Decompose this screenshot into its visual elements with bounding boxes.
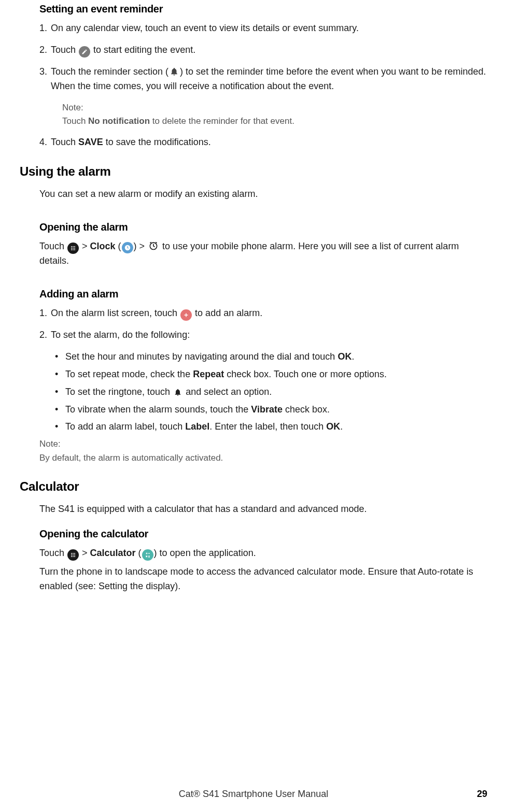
step-number: 1. — [39, 306, 47, 321]
heading-calculator: Calculator — [20, 479, 487, 494]
svg-point-18 — [73, 556, 74, 557]
svg-point-14 — [71, 554, 72, 555]
svg-point-8 — [74, 249, 75, 250]
note-block: Note: Touch No notification to delete th… — [62, 101, 487, 129]
opening-alarm-text: Touch > Clock () > to use your mobile ph… — [39, 239, 487, 268]
step-number: 2. — [39, 43, 47, 58]
step-number: 2. — [39, 328, 47, 343]
footer-title: Cat® S41 Smartphone User Manual — [41, 789, 466, 800]
heading-opening-alarm: Opening the alarm — [39, 221, 487, 233]
svg-point-6 — [71, 249, 72, 250]
note-body: By default, the alarm is automatically a… — [39, 451, 487, 465]
step-3: 3. Touch the reminder section () to set … — [39, 65, 487, 128]
apps-grid-icon — [67, 243, 79, 254]
heading-adding-alarm: Adding an alarm — [39, 288, 487, 300]
calculator-landscape-text: Turn the phone in to landscape mode to a… — [39, 565, 487, 594]
svg-point-12 — [73, 553, 74, 554]
note-label: Note: — [62, 101, 487, 115]
page-content: Setting an event reminder 1. On any cale… — [20, 0, 487, 594]
svg-point-2 — [74, 246, 75, 247]
svg-point-7 — [73, 249, 74, 250]
step-4: 4. Touch SAVE to save the modifications. — [39, 135, 487, 150]
step-text: Touch — [51, 45, 78, 55]
step-2: 2. Touch to start editing the event. — [39, 43, 487, 58]
step-1: 1. On any calendar view, touch an event … — [39, 21, 487, 36]
svg-point-1 — [73, 246, 74, 247]
heading-opening-calculator: Opening the calculator — [39, 528, 487, 540]
svg-point-5 — [74, 248, 75, 249]
note-label: Note: — [39, 437, 487, 451]
note-block: Note: By default, the alarm is automatic… — [39, 437, 487, 465]
calculator-intro: The S41 is equipped with a calculator th… — [39, 502, 487, 517]
step-number: 1. — [39, 21, 47, 36]
svg-point-13 — [74, 553, 75, 554]
note-body: Touch No notification to delete the remi… — [62, 115, 487, 128]
adding-alarm-steps: 1. On the alarm list screen, touch to ad… — [39, 306, 487, 343]
add-step-2: 2. To set the alarm, do the following: — [39, 328, 487, 343]
heading-setting-reminder: Setting an event reminder — [39, 3, 487, 15]
step-number: 3. — [39, 65, 47, 79]
heading-using-alarm: Using the alarm — [20, 164, 487, 179]
calculator-app-icon — [142, 549, 153, 561]
option-vibrate: To vibrate when the alarm sounds, touch … — [52, 403, 487, 417]
svg-point-0 — [71, 246, 72, 247]
opening-calculator-text: Touch > Calculator () to open the applic… — [39, 546, 487, 561]
option-label: To add an alarm label, touch Label. Ente… — [52, 420, 487, 434]
svg-point-3 — [71, 248, 72, 249]
option-repeat: To set repeat mode, check the Repeat che… — [52, 367, 487, 382]
svg-point-11 — [71, 553, 72, 554]
svg-point-16 — [74, 554, 75, 555]
page-footer: Cat® S41 Smartphone User Manual 29 — [0, 789, 507, 800]
alarm-options-list: Set the hour and minutes by navigating a… — [52, 350, 487, 434]
alarm-clock-icon — [148, 240, 159, 251]
option-hour-minutes: Set the hour and minutes by navigating a… — [52, 350, 487, 364]
pencil-icon — [79, 46, 90, 58]
option-ringtone: To set the ringtone, touch and select an… — [52, 385, 487, 400]
svg-point-17 — [71, 556, 72, 557]
alarm-intro: You can set a new alarm or modify an exi… — [39, 187, 487, 202]
svg-point-4 — [73, 248, 74, 249]
step-text: Touch — [51, 137, 78, 147]
apps-grid-icon — [67, 549, 79, 561]
bell-icon — [174, 388, 182, 396]
svg-point-15 — [73, 554, 74, 555]
clock-app-icon — [122, 242, 133, 253]
step-text: to start editing the event. — [91, 45, 195, 55]
bell-icon — [170, 67, 179, 76]
plus-icon — [180, 309, 192, 321]
page-number: 29 — [466, 789, 507, 800]
reminder-steps: 1. On any calendar view, touch an event … — [39, 21, 487, 150]
step-text: On any calendar view, touch an event to … — [51, 23, 359, 33]
add-step-1: 1. On the alarm list screen, touch to ad… — [39, 306, 487, 321]
svg-point-19 — [74, 556, 75, 557]
step-number: 4. — [39, 135, 47, 150]
step-text: Touch the reminder section ( — [51, 66, 168, 77]
